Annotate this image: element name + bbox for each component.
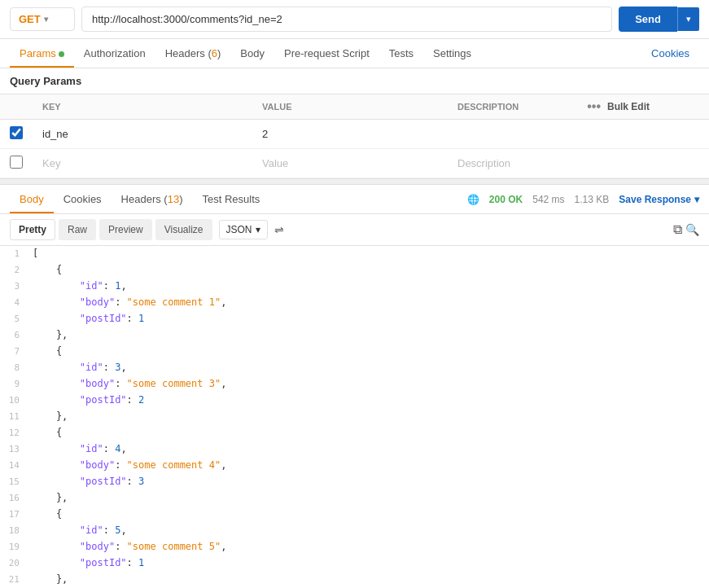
code-line: 5 "postId": 1 — [0, 311, 709, 327]
send-button-group: Send ▾ — [619, 7, 699, 32]
line-number: 5 — [0, 311, 33, 327]
params-table: KEY VALUE DESCRIPTION ••• Bulk Edit id_n… — [0, 94, 709, 178]
code-line: 14 "body": "some comment 4", — [0, 458, 709, 474]
tab-params[interactable]: Params — [10, 39, 74, 68]
code-area[interactable]: 1[2 {3 "id": 1,4 "body": "some comment 1… — [0, 246, 709, 588]
json-value: "some comment 1" — [127, 296, 221, 308]
param-key-1[interactable]: id_ne — [33, 120, 252, 149]
line-content: }, — [33, 327, 709, 344]
json-key: "body" — [80, 378, 115, 389]
json-key: "postId" — [80, 557, 127, 568]
view-visualize-button[interactable]: Visualize — [155, 219, 212, 240]
code-line: 20 "postId": 1 — [0, 555, 709, 572]
bulk-edit-button[interactable]: Bulk Edit — [607, 101, 650, 112]
json-value: 1 — [138, 557, 144, 568]
section-divider — [0, 178, 709, 185]
col-key: KEY — [33, 94, 252, 120]
response-tab-headers[interactable]: Headers (13) — [112, 185, 193, 213]
view-preview-button[interactable]: Preview — [99, 219, 152, 240]
line-number: 16 — [0, 490, 33, 507]
col-description: DESCRIPTION — [448, 94, 577, 120]
method-chevron-icon: ▾ — [44, 15, 48, 24]
param-value-1[interactable]: 2 — [252, 120, 448, 149]
col-actions: ••• Bulk Edit — [577, 94, 709, 120]
json-key: "postId" — [80, 394, 127, 406]
param-description-1[interactable] — [448, 120, 577, 149]
code-line: 11 }, — [0, 409, 709, 425]
code-line: 12 { — [0, 425, 709, 441]
search-icon[interactable]: 🔍 — [685, 223, 699, 236]
param-key-placeholder[interactable]: Key — [33, 149, 252, 178]
response-tab-body[interactable]: Body — [10, 185, 54, 213]
save-response-button[interactable]: Save Response ▾ — [619, 194, 699, 205]
line-number: 20 — [0, 555, 33, 572]
code-line: 21 }, — [0, 572, 709, 588]
json-value: 1 — [138, 313, 144, 324]
json-key: "postId" — [80, 313, 127, 324]
line-content: "id": 4, — [33, 441, 709, 458]
line-content: "body": "some comment 1", — [33, 295, 709, 311]
code-line: 19 "body": "some comment 5", — [0, 539, 709, 555]
param-description-placeholder[interactable]: Description — [448, 149, 577, 178]
json-value: "some comment 3" — [127, 378, 221, 389]
param-value-placeholder[interactable]: Value — [252, 149, 448, 178]
line-content: "postId": 1 — [33, 555, 709, 572]
code-line: 16 }, — [0, 490, 709, 507]
send-dropdown-button[interactable]: ▾ — [677, 7, 699, 31]
wrap-button[interactable]: ⇌ — [274, 223, 284, 236]
format-chevron-icon: ▾ — [256, 224, 260, 235]
code-line: 2 { — [0, 262, 709, 279]
tab-settings[interactable]: Settings — [423, 39, 481, 68]
format-select[interactable]: JSON ▾ — [219, 220, 268, 239]
tab-headers[interactable]: Headers (6) — [155, 39, 231, 68]
tab-authorization[interactable]: Authorization — [74, 39, 155, 68]
method-select[interactable]: GET ▾ — [10, 7, 75, 31]
json-value: "some comment 4" — [127, 459, 221, 471]
json-value: 4 — [115, 443, 120, 454]
copy-icon[interactable]: ⧉ — [673, 222, 682, 237]
url-input[interactable] — [81, 7, 612, 32]
param-checkbox-placeholder[interactable] — [10, 156, 23, 169]
col-checkbox — [0, 94, 33, 120]
param-checkbox-1[interactable] — [10, 126, 23, 139]
line-content: "body": "some comment 3", — [33, 376, 709, 393]
code-line: 6 }, — [0, 327, 709, 344]
json-value: 3 — [115, 362, 120, 373]
json-value: 1 — [115, 280, 120, 292]
code-line: 9 "body": "some comment 3", — [0, 376, 709, 393]
response-tabs: Body Cookies Headers (13) Test Results 🌐… — [0, 185, 709, 214]
code-line: 4 "body": "some comment 1", — [0, 295, 709, 311]
line-number: 8 — [0, 360, 33, 376]
view-pretty-button[interactable]: Pretty — [10, 219, 55, 240]
line-content: { — [33, 507, 709, 523]
code-line: 7 { — [0, 344, 709, 360]
code-line: 3 "id": 1, — [0, 279, 709, 295]
line-number: 2 — [0, 262, 33, 279]
line-number: 13 — [0, 441, 33, 458]
tab-tests[interactable]: Tests — [379, 39, 423, 68]
json-key: "postId" — [80, 476, 127, 487]
params-dot — [59, 51, 64, 57]
json-key: "body" — [80, 296, 115, 308]
view-raw-button[interactable]: Raw — [59, 219, 96, 240]
code-line: 8 "id": 3, — [0, 360, 709, 376]
tab-prerequest[interactable]: Pre-request Script — [274, 39, 379, 68]
request-tabs: Params Authorization Headers (6) Body Pr… — [0, 39, 709, 68]
cookies-button[interactable]: Cookies — [641, 39, 699, 68]
line-content: "postId": 2 — [33, 393, 709, 409]
line-content: }, — [33, 409, 709, 425]
more-options-icon[interactable]: ••• — [587, 99, 601, 114]
json-value: 3 — [138, 476, 144, 487]
response-tab-cookies[interactable]: Cookies — [54, 185, 112, 213]
line-content: "id": 1, — [33, 279, 709, 295]
response-status: 200 OK — [489, 194, 523, 205]
line-number: 3 — [0, 279, 33, 295]
line-number: 10 — [0, 393, 33, 409]
response-tab-test-results[interactable]: Test Results — [193, 185, 270, 213]
line-content: [ — [33, 246, 709, 262]
json-value: "some comment 5" — [127, 541, 221, 552]
tab-body[interactable]: Body — [230, 39, 274, 68]
send-button[interactable]: Send — [619, 7, 677, 32]
line-content: "body": "some comment 4", — [33, 458, 709, 474]
section-title: Query Params — [0, 68, 709, 94]
